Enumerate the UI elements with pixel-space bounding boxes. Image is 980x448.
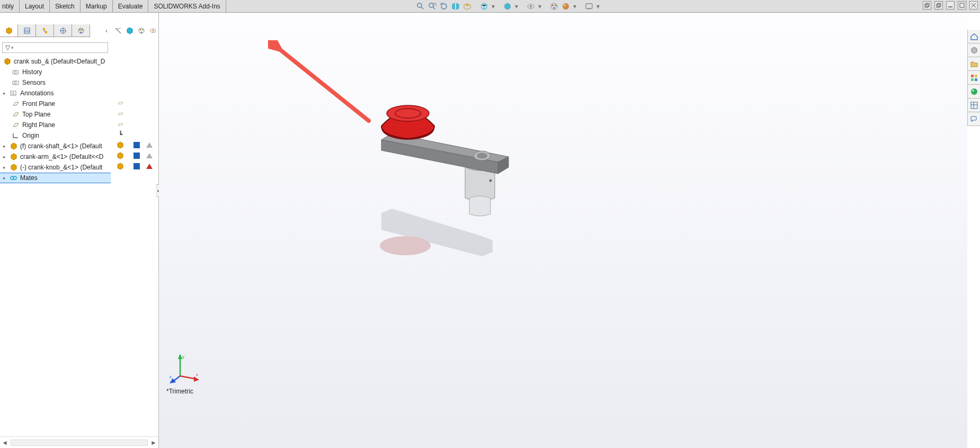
svg-rect-27 (45, 31, 47, 33)
tab-evaluate[interactable]: Evaluate (113, 0, 149, 12)
maximize-button[interactable] (958, 1, 966, 10)
tree-part-crank-shaft[interactable]: ▸ (f) crank-shaft_&<1> (Default (0, 141, 111, 151)
display-style-chevron-icon[interactable]: ▾ (514, 2, 519, 11)
assembly-model[interactable] (350, 71, 551, 272)
tree-filter[interactable]: ▽ ▾ (2, 42, 108, 53)
caret-icon[interactable]: ▸ (3, 165, 7, 170)
tree-part1-label: (f) crank-shaft_&<1> (Default (20, 142, 102, 150)
taskpane-view-palette[interactable] (968, 71, 980, 85)
display-mode-icon[interactable] (133, 153, 140, 159)
appearance-filter-icon[interactable] (137, 26, 146, 35)
display-mode-filter-icon[interactable] (125, 26, 135, 35)
plane-glyph-icon[interactable]: ▱ (118, 110, 123, 117)
view-orientation-chevron-icon[interactable]: ▾ (491, 2, 495, 11)
zoom-to-fit-icon[interactable] (416, 2, 425, 11)
display-mode-icon[interactable] (133, 163, 140, 169)
tree-sensors[interactable]: Sensors (0, 77, 111, 88)
crank-knob-part[interactable] (381, 105, 434, 140)
property-manager-tab[interactable] (18, 24, 36, 37)
crank-arm-part[interactable] (381, 133, 509, 174)
part-cube-icon[interactable] (117, 163, 124, 170)
close-button[interactable] (969, 1, 978, 10)
tab-markup[interactable]: Markup (81, 0, 113, 12)
taskpane-resources[interactable] (968, 43, 980, 57)
dynamic-annotation-icon[interactable] (462, 2, 472, 11)
restore-button[interactable] (934, 1, 943, 10)
section-view-icon[interactable] (451, 2, 460, 11)
tree-part-crank-arm[interactable]: ▸ crank-arm_&<1> (Default<<D (0, 151, 111, 162)
tree-part-crank-knob[interactable]: ▸ (-) crank-knob_&<1> (Default (0, 162, 111, 173)
feature-tree: crank sub_& (Default<Default_D History S… (0, 55, 111, 433)
svg-point-18 (553, 7, 555, 9)
restore-child-button[interactable] (923, 1, 931, 10)
plane-icon (12, 121, 20, 129)
display-pane-filter-toolbar: ‹ (101, 24, 159, 37)
tree-top-plane[interactable]: Top Plane (0, 109, 111, 120)
display-pane-column-3 (144, 55, 155, 172)
svg-rect-68 (975, 75, 977, 77)
scroll-track[interactable] (11, 440, 148, 446)
scroll-right-icon[interactable]: ► (149, 439, 158, 446)
tree-mates[interactable]: ▸ Mates (0, 173, 111, 183)
taskpane-home[interactable] (968, 30, 980, 43)
display-style-icon[interactable] (503, 2, 512, 11)
taskpane-file-explorer[interactable] (968, 57, 980, 71)
hide-show-chevron-icon[interactable]: ▾ (538, 2, 542, 11)
taskpane-appearances[interactable] (968, 85, 980, 98)
appearance-glyph-icon[interactable] (146, 153, 153, 158)
collapse-display-pane-icon[interactable]: ‹ (102, 26, 111, 35)
svg-point-45 (14, 82, 16, 84)
zoom-to-area-icon[interactable] (427, 2, 437, 11)
tree-annotations[interactable]: ▸ A Annotations (0, 88, 111, 98)
tree-front-plane[interactable]: Front Plane (0, 98, 111, 109)
svg-text:A: A (12, 91, 15, 96)
apply-scene-icon[interactable] (561, 2, 571, 11)
display-mode-icon[interactable] (133, 142, 140, 148)
scroll-left-icon[interactable]: ◄ (0, 439, 10, 446)
feature-manager-tab[interactable] (0, 24, 18, 37)
caret-icon[interactable]: ▸ (3, 144, 7, 149)
svg-point-33 (81, 29, 83, 30)
appearance-glyph-icon[interactable] (146, 142, 153, 148)
view-settings-icon[interactable] (584, 2, 594, 11)
part-cube-icon[interactable] (117, 152, 124, 159)
previous-view-icon[interactable] (439, 2, 449, 11)
panel-horizontal-scrollbar[interactable]: ◄ ► (0, 436, 158, 448)
tree-origin-label: Origin (22, 132, 39, 139)
taskpane-custom-properties[interactable] (968, 98, 980, 112)
tree-origin[interactable]: Origin (0, 130, 111, 141)
caret-icon[interactable]: ▸ (3, 154, 7, 159)
hide-show-items-icon[interactable] (526, 2, 536, 11)
orientation-triad[interactable]: y x z (168, 353, 200, 384)
tab-assembly[interactable]: nbly (0, 0, 20, 12)
edit-appearance-icon[interactable] (549, 2, 559, 11)
svg-point-32 (79, 29, 81, 30)
plane-glyph-icon[interactable]: ▱ (118, 120, 123, 128)
tree-root[interactable]: crank sub_& (Default<Default_D (0, 56, 111, 67)
tab-sketch[interactable]: Sketch (50, 0, 81, 12)
plane-glyph-icon[interactable]: ▱ (118, 99, 123, 106)
part-cube-icon[interactable] (117, 141, 124, 149)
display-pane-column-1: ▱ ▱ ▱ ┗ (113, 55, 128, 172)
graphics-viewport[interactable]: y x z *Trimetric (159, 13, 967, 448)
hide-show-filter-icon[interactable] (113, 26, 123, 35)
tab-addins[interactable]: SOLIDWORKS Add-Ins (148, 0, 226, 12)
appearance-glyph-icon[interactable] (146, 164, 153, 169)
taskpane-forum[interactable] (968, 112, 980, 126)
view-orientation-icon[interactable] (479, 2, 489, 11)
tree-right-plane[interactable]: Right Plane (0, 120, 111, 130)
transparency-filter-icon[interactable] (148, 26, 158, 35)
tab-layout[interactable]: Layout (20, 0, 50, 12)
display-manager-tab[interactable] (72, 24, 90, 37)
caret-icon[interactable]: ▸ (3, 175, 7, 181)
svg-point-57 (477, 153, 487, 159)
configuration-manager-tab[interactable] (36, 24, 54, 37)
svg-point-39 (141, 32, 142, 33)
origin-glyph-icon[interactable]: ┗ (119, 131, 122, 138)
apply-scene-chevron-icon[interactable]: ▾ (573, 2, 577, 11)
minimize-button[interactable] (946, 1, 955, 10)
tree-history[interactable]: History (0, 67, 111, 77)
caret-icon[interactable]: ▸ (3, 91, 7, 96)
view-settings-chevron-icon[interactable]: ▾ (596, 2, 600, 11)
dimxpert-manager-tab[interactable] (54, 24, 72, 37)
